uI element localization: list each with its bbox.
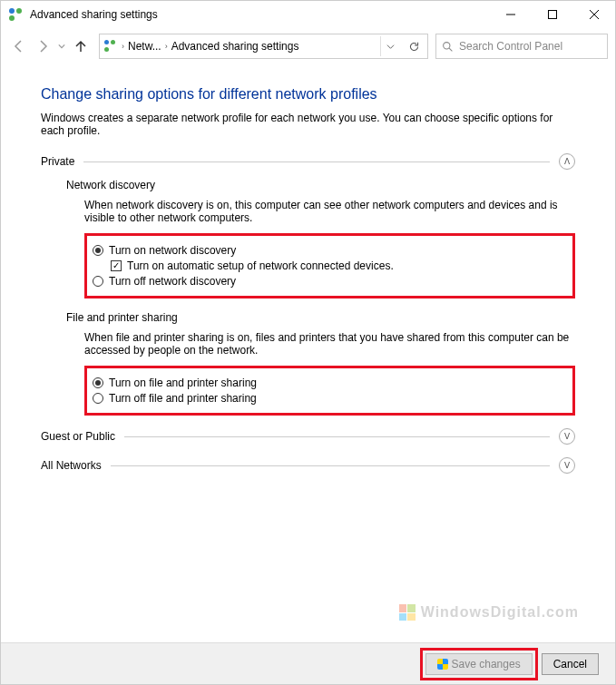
up-button[interactable] [70, 35, 92, 57]
section-private-header[interactable]: Private ᐱ [41, 153, 575, 170]
breadcrumb-advanced-sharing[interactable]: Advanced sharing settings [171, 40, 299, 53]
svg-point-4 [444, 42, 450, 48]
minimize-button[interactable] [490, 1, 532, 28]
radio-turn-on-network-discovery[interactable]: Turn on network discovery [93, 244, 565, 257]
address-dropdown[interactable] [380, 36, 400, 56]
section-private-label: Private [41, 155, 74, 168]
close-button[interactable] [573, 1, 615, 28]
button-label: Save changes [452, 658, 521, 670]
cancel-button[interactable]: Cancel [542, 653, 599, 675]
section-all-networks-label: All Networks [41, 459, 102, 472]
option-label: Turn on network discovery [109, 244, 236, 257]
radio-icon [93, 393, 103, 404]
radio-turn-on-file-printer[interactable]: Turn on file and printer sharing [93, 377, 565, 389]
checkbox-auto-setup[interactable]: Turn on automatic setup of network conne… [111, 259, 565, 272]
save-changes-button[interactable]: Save changes [425, 653, 533, 675]
collapse-icon[interactable]: ᐱ [559, 153, 575, 170]
windows-logo-icon [399, 604, 416, 621]
network-discovery-options: Turn on network discovery Turn on automa… [84, 233, 575, 298]
svg-line-5 [449, 48, 452, 51]
section-guest-header[interactable]: Guest or Public ᐯ [41, 428, 575, 445]
search-input[interactable] [459, 40, 601, 53]
page-description: Windows creates a separate network profi… [41, 112, 575, 137]
shield-icon [437, 659, 448, 670]
breadcrumb-network[interactable]: Netw... [128, 40, 161, 53]
option-label: Turn off file and printer sharing [109, 392, 257, 405]
network-sharing-icon [103, 39, 118, 54]
window-controls [490, 1, 615, 28]
forward-button[interactable] [32, 35, 54, 57]
search-icon [442, 41, 454, 53]
file-printer-section: File and printer sharing When file and p… [66, 311, 575, 416]
option-label: Turn on automatic setup of network conne… [127, 259, 394, 272]
radio-icon [93, 377, 103, 388]
chevron-right-icon[interactable]: › [122, 42, 124, 51]
page-heading: Change sharing options for different net… [41, 86, 575, 103]
watermark: WindowsDigital.com [399, 604, 579, 621]
network-sharing-icon [8, 7, 23, 22]
svg-rect-1 [549, 10, 557, 18]
file-printer-description: When file and printer sharing is on, fil… [84, 331, 575, 357]
titlebar: Advanced sharing settings [1, 1, 615, 28]
expand-icon[interactable]: ᐯ [559, 457, 575, 474]
button-label: Cancel [553, 658, 587, 670]
radio-turn-off-file-printer[interactable]: Turn off file and printer sharing [93, 392, 565, 405]
option-label: Turn on file and printer sharing [109, 377, 257, 389]
content-area: Change sharing options for different net… [1, 64, 615, 474]
maximize-button[interactable] [532, 1, 573, 28]
chevron-right-icon[interactable]: › [165, 42, 168, 51]
network-discovery-description: When network discovery is on, this compu… [84, 199, 575, 224]
divider [83, 161, 550, 162]
watermark-text: WindowsDigital.com [421, 604, 579, 621]
expand-icon[interactable]: ᐯ [559, 428, 575, 445]
section-guest-label: Guest or Public [41, 430, 115, 443]
window-title: Advanced sharing settings [30, 8, 490, 21]
checkbox-icon [111, 260, 122, 271]
refresh-button[interactable] [404, 36, 424, 56]
file-printer-options: Turn on file and printer sharing Turn of… [84, 366, 575, 416]
address-bar[interactable]: › Netw... › Advanced sharing settings [99, 34, 428, 59]
recent-locations-button[interactable] [55, 35, 68, 57]
divider [111, 465, 550, 466]
divider [124, 436, 550, 437]
network-discovery-heading: Network discovery [66, 179, 575, 191]
file-printer-heading: File and printer sharing [66, 311, 575, 324]
radio-turn-off-network-discovery[interactable]: Turn off network discovery [93, 275, 565, 288]
radio-icon [93, 245, 103, 256]
search-box[interactable] [435, 34, 608, 59]
navbar: › Netw... › Advanced sharing settings [1, 28, 615, 64]
section-all-networks-header[interactable]: All Networks ᐯ [41, 457, 575, 474]
option-label: Turn off network discovery [109, 275, 236, 288]
network-discovery-section: Network discovery When network discovery… [66, 179, 575, 298]
radio-icon [93, 276, 103, 287]
bottom-bar: Save changes Cancel [1, 642, 615, 684]
back-button[interactable] [8, 35, 30, 57]
